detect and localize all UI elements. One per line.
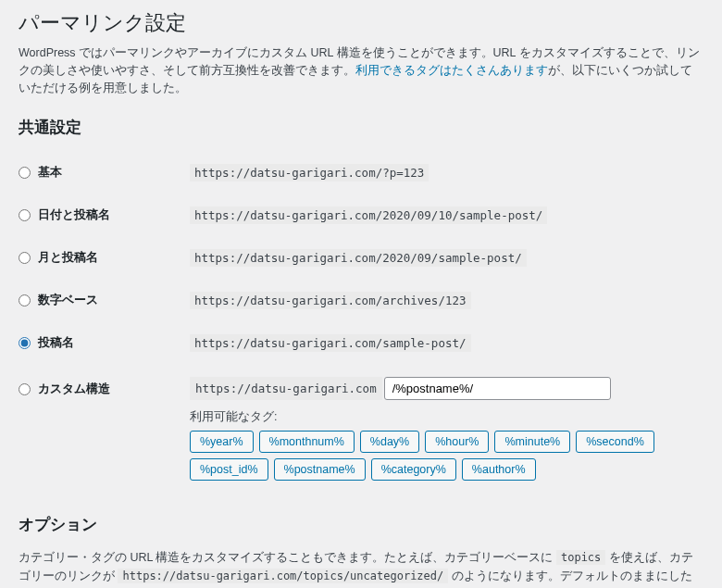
- custom-prefix: https://datsu-garigari.com: [190, 377, 382, 400]
- radio-month-post[interactable]: [19, 252, 31, 264]
- label-custom: カスタム構造: [38, 381, 110, 397]
- page-title: パーマリンク設定: [19, 9, 703, 37]
- tags-container: %year%%monthnum%%day%%hour%%minute%%seco…: [190, 431, 703, 481]
- label-numeric: 数字ベース: [38, 292, 98, 308]
- tag-button-category[interactable]: %category%: [371, 458, 456, 481]
- permalink-option-month-post: 月と投稿名 https://datsu-garigari.com/2020/09…: [19, 236, 703, 279]
- tag-button-postname[interactable]: %postname%: [274, 458, 366, 481]
- tag-button-day[interactable]: %day%: [360, 431, 419, 453]
- permalink-option-postname: 投稿名 https://datsu-garigari.com/sample-po…: [19, 321, 703, 364]
- label-date-post: 日付と投稿名: [38, 206, 110, 223]
- example-month-post: https://datsu-garigari.com/2020/09/sampl…: [190, 249, 527, 267]
- custom-structure-input[interactable]: [384, 377, 611, 400]
- label-basic: 基本: [38, 164, 62, 181]
- radio-date-post[interactable]: [19, 209, 31, 221]
- permalink-option-numeric: 数字ベース https://datsu-garigari.com/archive…: [19, 279, 703, 321]
- tag-button-year[interactable]: %year%: [190, 431, 254, 453]
- example-date-post: https://datsu-garigari.com/2020/09/10/sa…: [190, 206, 547, 224]
- example-postname: https://datsu-garigari.com/sample-post/: [190, 334, 471, 352]
- permalink-option-custom: カスタム構造 https://datsu-garigari.com 利用可能なタ…: [19, 364, 703, 494]
- permalink-option-date-post: 日付と投稿名 https://datsu-garigari.com/2020/0…: [19, 194, 703, 236]
- radio-numeric[interactable]: [19, 294, 31, 307]
- tags-label: 利用可能なタグ:: [190, 409, 703, 425]
- option-description: カテゴリー・タグの URL 構造をカスタマイズすることもできます。たとえば、カテ…: [19, 548, 703, 588]
- tags-help-link[interactable]: 利用できるタグはたくさんあります: [355, 64, 548, 77]
- permalink-option-basic: 基本 https://datsu-garigari.com/?p=123: [19, 151, 703, 194]
- label-postname: 投稿名: [38, 334, 74, 351]
- section-option-heading: オプション: [19, 514, 703, 535]
- example-numeric: https://datsu-garigari.com/archives/123: [190, 292, 471, 309]
- radio-postname[interactable]: [19, 337, 31, 349]
- tag-button-hour[interactable]: %hour%: [425, 431, 489, 453]
- tag-button-monthnum[interactable]: %monthnum%: [259, 431, 355, 453]
- tag-button-post_id[interactable]: %post_id%: [190, 458, 268, 481]
- radio-custom[interactable]: [19, 383, 31, 395]
- section-common-heading: 共通設定: [19, 117, 703, 138]
- radio-basic[interactable]: [19, 167, 31, 179]
- tag-button-author[interactable]: %author%: [462, 458, 536, 481]
- page-description: WordPress ではパーマリンクやアーカイブにカスタム URL 構造を使うこ…: [19, 44, 703, 96]
- label-month-post: 月と投稿名: [38, 249, 98, 266]
- example-basic: https://datsu-garigari.com/?p=123: [190, 164, 429, 181]
- tag-button-second[interactable]: %second%: [576, 431, 654, 453]
- tag-button-minute[interactable]: %minute%: [494, 431, 570, 453]
